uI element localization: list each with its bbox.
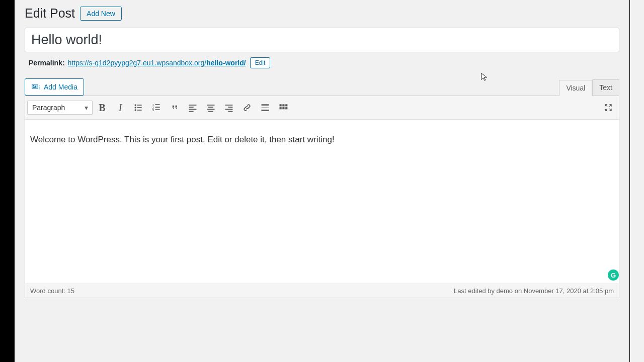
svg-rect-9 <box>155 107 160 108</box>
word-count: Word count: 15 <box>30 287 74 295</box>
tab-visual[interactable]: Visual <box>559 80 592 96</box>
svg-rect-31 <box>282 107 284 109</box>
link-button[interactable] <box>238 99 256 116</box>
media-icon <box>31 82 40 92</box>
permalink-row: Permalink: https://s-q1d2pyypg2g7.eu1.wp… <box>25 55 619 78</box>
editor-body[interactable]: Welcome to WordPress. This is your first… <box>25 120 619 284</box>
svg-rect-20 <box>225 105 233 106</box>
svg-rect-17 <box>208 107 213 108</box>
svg-rect-21 <box>228 107 232 108</box>
align-left-button[interactable] <box>184 99 201 116</box>
svg-rect-24 <box>262 104 269 106</box>
svg-rect-18 <box>207 109 215 110</box>
svg-rect-16 <box>207 105 215 106</box>
svg-rect-29 <box>285 104 287 106</box>
permalink-slug: hello-world/ <box>206 59 246 67</box>
svg-rect-28 <box>282 104 284 106</box>
add-media-button[interactable]: Add Media <box>25 78 84 96</box>
bold-button[interactable]: B <box>94 99 111 116</box>
svg-rect-19 <box>208 111 213 112</box>
numbered-list-button[interactable]: 123 <box>148 99 165 116</box>
editor-toolbar: Paragraph B I 123 <box>25 96 619 120</box>
svg-point-4 <box>135 109 136 111</box>
italic-button[interactable]: I <box>112 99 129 116</box>
svg-rect-12 <box>189 105 197 106</box>
align-center-button[interactable] <box>202 99 219 116</box>
post-title-input[interactable] <box>25 28 619 52</box>
svg-point-0 <box>135 104 136 106</box>
last-edited: Last edited by demo on November 17, 2020… <box>454 287 614 295</box>
svg-rect-30 <box>280 107 282 109</box>
svg-point-2 <box>135 107 136 108</box>
svg-rect-7 <box>155 104 160 105</box>
editor: Paragraph B I 123 Welcome to WordPress. … <box>25 96 619 298</box>
svg-rect-25 <box>262 107 269 108</box>
svg-rect-3 <box>137 107 142 108</box>
tab-text[interactable]: Text <box>592 79 619 96</box>
fullscreen-button[interactable] <box>600 99 617 116</box>
svg-rect-23 <box>228 111 232 112</box>
svg-rect-11 <box>155 109 160 110</box>
svg-rect-15 <box>189 111 194 112</box>
svg-text:3: 3 <box>152 109 154 112</box>
permalink-base: https://s-q1d2pyypg2g7.eu1.wpsandbox.org… <box>68 59 207 67</box>
scrollbar-track[interactable] <box>630 0 644 362</box>
permalink-url[interactable]: https://s-q1d2pyypg2g7.eu1.wpsandbox.org… <box>68 59 246 67</box>
add-new-button[interactable]: Add New <box>80 7 122 21</box>
align-right-button[interactable] <box>220 99 237 116</box>
blockquote-button[interactable] <box>166 99 183 116</box>
format-select[interactable]: Paragraph <box>27 101 93 115</box>
svg-rect-1 <box>137 105 142 106</box>
svg-rect-14 <box>189 109 197 110</box>
svg-rect-5 <box>137 110 142 111</box>
svg-rect-22 <box>225 109 233 110</box>
svg-rect-27 <box>280 104 282 106</box>
svg-rect-32 <box>285 107 287 109</box>
permalink-label: Permalink: <box>29 59 65 67</box>
page-title: Edit Post <box>25 6 75 21</box>
toolbar-toggle-button[interactable] <box>275 99 292 116</box>
read-more-button[interactable] <box>257 99 274 116</box>
svg-rect-26 <box>262 110 269 111</box>
svg-rect-13 <box>189 107 194 108</box>
bullet-list-button[interactable] <box>130 99 147 116</box>
add-media-label: Add Media <box>44 83 77 91</box>
permalink-edit-button[interactable]: Edit <box>250 57 271 68</box>
grammarly-icon[interactable]: G <box>608 269 619 281</box>
editor-footer: Word count: 15 Last edited by demo on No… <box>25 284 619 298</box>
editor-text: Welcome to WordPress. This is your first… <box>30 135 335 144</box>
format-select-label: Paragraph <box>32 104 65 112</box>
